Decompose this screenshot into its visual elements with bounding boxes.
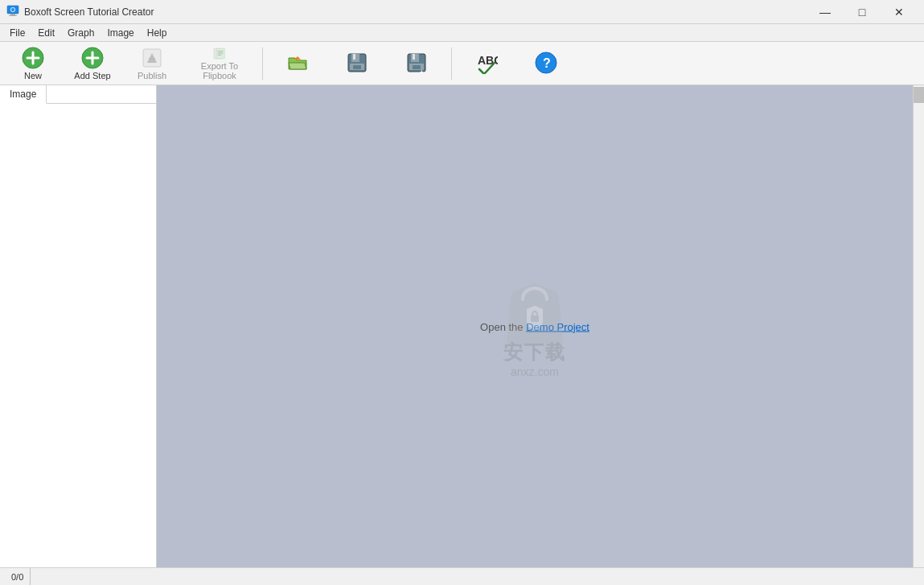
spellcheck-button[interactable]: ABC xyxy=(458,44,515,83)
scrollbar-right[interactable] xyxy=(913,85,924,567)
spellcheck-icon: ABC xyxy=(475,51,498,74)
menu-graph[interactable]: Graph xyxy=(61,26,101,40)
content-area: Open the Demo Project 安下载 anxz.com xyxy=(157,85,913,567)
minimize-button[interactable]: — xyxy=(807,0,844,24)
svg-rect-13 xyxy=(149,58,155,60)
save-button[interactable] xyxy=(329,44,385,83)
export-flipbook-icon xyxy=(208,47,231,60)
svg-rect-22 xyxy=(353,54,355,60)
image-tab[interactable]: Image xyxy=(0,85,47,104)
svg-rect-3 xyxy=(10,14,15,15)
svg-point-2 xyxy=(11,8,14,11)
help-icon: ? xyxy=(535,51,557,74)
menu-edit[interactable]: Edit xyxy=(31,26,61,40)
toolbar: New Add Step Publish Export To Flipbook xyxy=(0,42,924,85)
new-label: New xyxy=(24,71,42,80)
svg-rect-15 xyxy=(216,48,224,59)
svg-text:?: ? xyxy=(543,56,551,70)
publish-label: Publish xyxy=(138,71,166,80)
demo-project-prompt: Open the Demo Project xyxy=(480,320,589,332)
left-panel-tabs: Image xyxy=(0,85,156,104)
menu-file[interactable]: File xyxy=(3,26,31,40)
demo-project-link[interactable]: Demo Project xyxy=(526,320,589,332)
save-as-icon: + xyxy=(405,51,428,74)
add-step-button[interactable]: Add Step xyxy=(64,44,121,83)
publish-button[interactable]: Publish xyxy=(124,44,180,83)
add-step-label: Add Step xyxy=(74,71,110,80)
open-icon xyxy=(286,51,309,74)
window-title: Boxoft Screen Tutorial Creator xyxy=(24,6,154,18)
add-step-icon xyxy=(81,47,104,69)
title-bar: Boxoft Screen Tutorial Creator — □ ✕ xyxy=(0,0,924,24)
new-icon xyxy=(22,47,44,69)
svg-text:ABC: ABC xyxy=(478,54,498,67)
title-bar-controls[interactable]: — □ ✕ xyxy=(807,0,918,24)
title-bar-left: Boxoft Screen Tutorial Creator xyxy=(6,4,154,19)
panel-content xyxy=(0,104,156,567)
main-area: Image Open the Demo Project 安下载 anxz xyxy=(0,85,924,567)
menu-image[interactable]: Image xyxy=(101,26,140,40)
svg-rect-27 xyxy=(413,54,415,60)
save-as-button[interactable]: + xyxy=(388,44,445,83)
scrollbar-thumb[interactable] xyxy=(914,87,924,103)
status-position: 0/0 xyxy=(5,568,31,585)
watermark-text-cn: 安下载 xyxy=(503,340,566,365)
open-text: Open the xyxy=(480,320,524,332)
status-bar: 0/0 xyxy=(0,567,924,585)
toolbar-separator-1 xyxy=(262,47,263,80)
open-button[interactable] xyxy=(269,44,326,83)
save-icon xyxy=(346,51,368,74)
close-button[interactable]: ✕ xyxy=(881,0,918,24)
watermark-text-sub: anxz.com xyxy=(511,365,559,378)
export-flipbook-button[interactable]: Export To Flipbook xyxy=(183,44,256,83)
help-button[interactable]: ? xyxy=(518,44,574,83)
menu-bar: File Edit Graph Image Help xyxy=(0,24,924,42)
svg-rect-24 xyxy=(353,65,361,69)
app-icon xyxy=(6,4,19,19)
left-panel: Image xyxy=(0,85,157,567)
watermark-icon xyxy=(499,275,571,348)
new-button[interactable]: New xyxy=(5,44,61,83)
svg-text:+: + xyxy=(420,68,424,74)
menu-help[interactable]: Help xyxy=(141,26,174,40)
svg-rect-4 xyxy=(9,15,17,16)
publish-icon xyxy=(141,47,163,69)
maximize-button[interactable]: □ xyxy=(844,0,881,24)
toolbar-separator-2 xyxy=(451,47,452,80)
export-flipbook-label: Export To Flipbook xyxy=(186,61,253,80)
